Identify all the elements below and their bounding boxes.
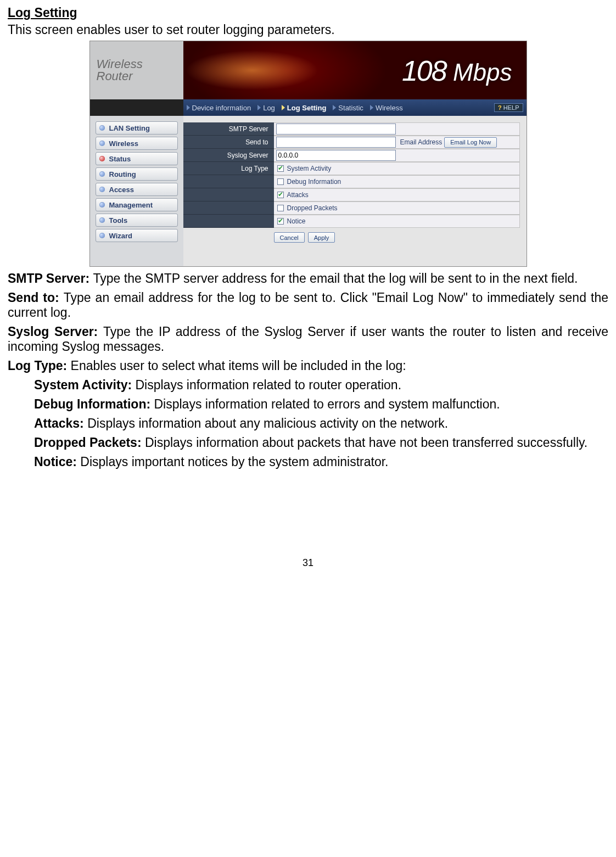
desc-smtp: SMTP Server: Type the SMTP server addres… (8, 271, 608, 286)
crumb-device-information[interactable]: Device information (187, 104, 251, 112)
email-address-label: Email Address (400, 138, 443, 146)
breadcrumb: Device information Log Log Setting Stati… (183, 103, 527, 112)
content-area: SMTP Server Send to Email Address Email … (183, 116, 527, 266)
sidebar-item-lan-setting[interactable]: LAN Setting (96, 121, 178, 135)
checkbox-label: Dropped Packets (287, 204, 338, 212)
label-syslog-server: Syslog Server (183, 149, 274, 162)
sidebar: LAN Setting Wireless Status Routing Acce… (90, 116, 183, 266)
label-send-to: Send to (183, 136, 274, 149)
bullet-icon (99, 171, 105, 177)
intro-text: This screen enables user to set router l… (8, 23, 608, 37)
crumb-log-setting[interactable]: Log Setting (282, 104, 327, 112)
bullet-icon (99, 187, 105, 192)
checkbox-dropped-packets[interactable] (277, 205, 284, 211)
sidebar-item-management[interactable]: Management (96, 198, 178, 211)
banner-rate: 108 Mbps (402, 54, 512, 87)
router-screenshot: Wireless Router 108 Mbps Device informat… (89, 41, 527, 267)
checkbox-label: Attacks (287, 191, 309, 199)
checkbox-system-activity[interactable] (277, 165, 284, 172)
crumb-log[interactable]: Log (257, 104, 275, 112)
page-number: 31 (8, 557, 608, 569)
crumb-wireless[interactable]: Wireless (370, 104, 403, 112)
apply-button[interactable]: Apply (308, 232, 335, 243)
email-log-now-button[interactable]: Email Log Now (444, 137, 497, 148)
sidebar-item-routing[interactable]: Routing (96, 167, 178, 181)
checkbox-label: Debug Information (287, 178, 341, 186)
sidebar-item-status[interactable]: Status (96, 152, 178, 165)
sidebar-item-tools[interactable]: Tools (96, 214, 178, 227)
bullet-icon (99, 217, 105, 223)
desc-dropped-packets: Dropped Packets: Displays information ab… (8, 435, 608, 450)
sidebar-item-access[interactable]: Access (96, 183, 178, 196)
desc-sendto: Send to: Type an email address for the l… (8, 290, 608, 320)
checkbox-label: Notice (287, 217, 306, 225)
checkbox-debug-information[interactable] (277, 178, 284, 185)
desc-notice: Notice: Displays important notices by th… (8, 455, 608, 469)
desc-system-activity: System Activity: Displays information re… (8, 378, 608, 393)
crumb-statistic[interactable]: Statistic (333, 104, 363, 112)
cancel-button[interactable]: Cancel (274, 232, 305, 243)
section-heading: Log Setting (8, 5, 608, 20)
rate-unit: Mbps (453, 59, 512, 86)
label-log-type: Log Type (183, 162, 274, 175)
help-button[interactable]: ?HELP (494, 103, 523, 112)
desc-syslog: Syslog Server: Type the IP address of th… (8, 324, 608, 354)
bullet-icon (99, 202, 105, 208)
checkbox-attacks[interactable] (277, 192, 284, 198)
sidebar-item-wireless[interactable]: Wireless (96, 137, 178, 150)
send-to-input[interactable] (276, 137, 396, 148)
syslog-server-input[interactable] (276, 150, 396, 161)
banner-graphic: 108 Mbps (183, 41, 527, 99)
breadcrumb-bar: Device information Log Log Setting Stati… (90, 99, 527, 116)
rate-number: 108 (402, 55, 446, 87)
desc-debug-information: Debug Information: Displays information … (8, 397, 608, 412)
banner-line2: Router (97, 70, 183, 82)
bullet-icon (99, 141, 105, 146)
bullet-icon (99, 156, 105, 161)
checkbox-label: System Activity (287, 165, 332, 172)
smtp-server-input[interactable] (276, 124, 396, 135)
banner-logo: Wireless Router (90, 41, 183, 99)
banner-line1: Wireless (97, 58, 183, 70)
checkbox-notice[interactable] (277, 218, 284, 225)
bullet-icon (99, 233, 105, 238)
bullet-icon (99, 125, 105, 131)
help-icon: ? (498, 104, 502, 111)
sidebar-item-wizard[interactable]: Wizard (96, 229, 178, 242)
banner: Wireless Router 108 Mbps (90, 41, 527, 99)
label-smtp-server: SMTP Server (183, 122, 274, 136)
desc-attacks: Attacks: Displays information about any … (8, 416, 608, 431)
desc-logtype: Log Type: Enables user to select what it… (8, 359, 608, 373)
